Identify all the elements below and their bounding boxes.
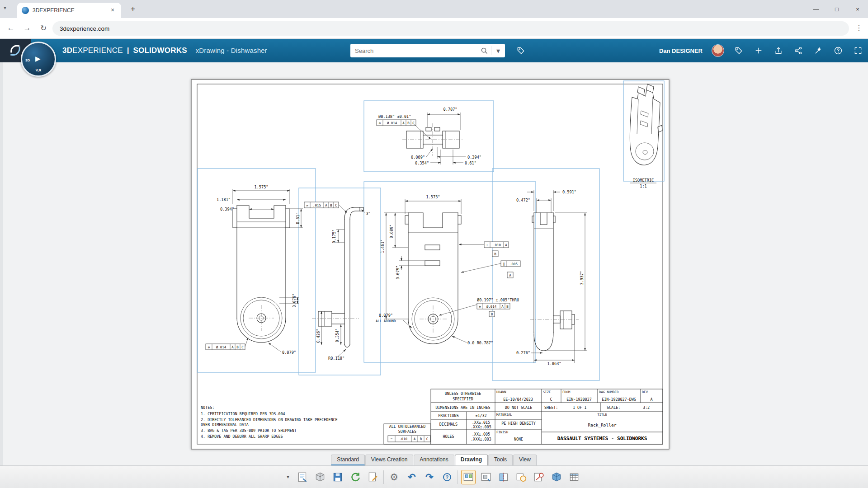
drawing-view-front-left[interactable]: 1.575" 1.181" 0.394" 0.61" 0.079" ⊕ Ø.01… (206, 185, 303, 355)
ribbon-tab-tools[interactable]: Tools (488, 455, 513, 465)
add-icon[interactable] (753, 45, 764, 56)
search-input[interactable] (350, 47, 477, 54)
save-icon[interactable] (330, 470, 345, 484)
dimension-label[interactable]: 1.575" (254, 185, 268, 189)
search-icon[interactable] (477, 44, 491, 57)
new-tab-button[interactable]: + (127, 4, 138, 15)
bookmark-tag-icon[interactable] (515, 45, 526, 56)
dimension-label[interactable]: 0.689" (389, 224, 394, 238)
dimension-label[interactable]: 0.591" (562, 190, 576, 194)
options-gear-icon[interactable]: ⚙ (387, 470, 401, 484)
forward-button[interactable]: → (22, 23, 33, 33)
tag-icon[interactable] (733, 45, 744, 56)
fullscreen-icon[interactable] (853, 45, 863, 56)
section-view-icon[interactable] (496, 470, 511, 484)
address-bar[interactable] (52, 21, 849, 36)
update-icon[interactable] (348, 470, 363, 484)
window-close-button[interactable]: × (847, 0, 868, 18)
dimension-label[interactable]: 1.063" (547, 361, 561, 366)
assistant-icon[interactable] (813, 45, 824, 56)
redo-icon[interactable]: ↷ (422, 470, 437, 484)
dimension-label[interactable]: Ø0.138" ±0.01" (378, 114, 411, 119)
sheet-format-icon[interactable] (366, 470, 380, 484)
undo-icon[interactable]: ↶ (405, 470, 419, 484)
dimension-label[interactable]: 0.079" (282, 350, 296, 355)
drawing-view-top[interactable]: 0.787" Ø0.138" ±0.01" ⊕ Ø.014 A B C 0.06… (377, 107, 481, 165)
dimension-label[interactable]: 0.394" (467, 155, 481, 160)
fcf-flatness-profile-view[interactable]: ▱ .015 A B C (304, 202, 339, 208)
dimension-label[interactable]: 0.0 R0.787" (467, 341, 493, 345)
share-icon[interactable] (773, 45, 784, 56)
user-name[interactable]: Dan DESIGNER (659, 47, 703, 54)
dimension-label[interactable]: 3° (366, 211, 370, 216)
dimension-label[interactable]: 3.937" (580, 271, 584, 285)
compass-play-icon[interactable]: ▶ (35, 55, 41, 63)
drawing-sheet-icon[interactable] (295, 470, 310, 484)
notes-block[interactable]: NOTES: 1. CERTIFICATION REQUIRED PER 3DS… (201, 405, 338, 439)
ribbon-tab-annotations[interactable]: Annotations (414, 455, 454, 465)
window-minimize-button[interactable]: — (806, 0, 826, 18)
dimension-label[interactable]: 1.461" (380, 239, 385, 253)
dimension-label[interactable]: 0.079" (379, 313, 393, 318)
dimension-label[interactable]: 0.354" (415, 161, 429, 165)
help-icon[interactable]: ? (440, 470, 454, 484)
annotation-note-icon[interactable] (532, 470, 546, 484)
dimension-label[interactable]: 1.181" (217, 197, 231, 202)
dimension-label[interactable]: 0.787" (443, 107, 457, 112)
browser-tab[interactable]: 3DEXPERIENCE × (17, 3, 121, 18)
reload-button[interactable]: ↻ (38, 23, 49, 33)
ribbon-tab-view[interactable]: View (513, 455, 537, 465)
dimension-label[interactable]: 0.426" (316, 328, 321, 343)
datum-feature-a[interactable]: A (507, 272, 513, 278)
search-box[interactable]: ▾ (350, 44, 505, 57)
drawing-canvas[interactable]: 0.787" Ø0.138" ±0.01" ⊕ Ø.014 A B C 0.06… (0, 62, 868, 488)
ribbon-tab-standard[interactable]: Standard (331, 455, 365, 465)
collaboration-icon[interactable] (793, 45, 804, 56)
dimension-label[interactable]: R0.118" (328, 356, 344, 361)
tab-close-icon[interactable]: × (108, 6, 117, 14)
bom-table-icon[interactable] (567, 470, 581, 484)
dimension-label[interactable]: 0.069" (411, 155, 425, 160)
3d-compass[interactable]: 3D ▶ V,R (21, 42, 56, 77)
toolbar-overflow-chevron-icon[interactable]: ▾ (287, 474, 289, 480)
back-button[interactable]: ← (5, 23, 16, 33)
help-icon[interactable] (833, 45, 844, 56)
fcf-position-left-view[interactable]: ⊕ Ø.014 A B C (206, 344, 245, 350)
dimension-label[interactable]: 0.472" (516, 198, 530, 202)
url-input[interactable] (60, 25, 842, 32)
ribbon-tab-drawing[interactable]: Drawing (455, 455, 488, 465)
window-maximize-button[interactable]: □ (826, 0, 847, 18)
fcf-position-hole[interactable]: ⊕ Ø.014 A B (477, 303, 510, 309)
browser-menu-icon[interactable]: ⋮ (854, 23, 864, 32)
user-avatar[interactable] (712, 44, 724, 57)
dimension-label[interactable]: 0.175" (332, 229, 336, 243)
search-dropdown-chevron-icon[interactable]: ▾ (491, 44, 505, 57)
standard-view-tool-icon[interactable] (461, 470, 476, 484)
fcf-perpendicularity[interactable]: ⊥ .010 A (484, 242, 509, 248)
dimension-label[interactable]: 0.079" (292, 293, 297, 307)
isometric-cube-icon[interactable] (549, 470, 564, 484)
dimension-label[interactable]: Ø0.197" ±.005"THRU (477, 298, 519, 302)
dimension-label[interactable]: 0.079" (396, 265, 400, 279)
dimension-label[interactable]: 0.354" (335, 328, 340, 342)
dimension-label[interactable]: 1.575" (426, 195, 440, 199)
fcf-parallelism[interactable]: ∥ .005 (501, 261, 520, 267)
ribbon-tab-views-creation[interactable]: Views Creation (365, 455, 413, 465)
dimension-label[interactable]: 0.276" (516, 351, 530, 355)
dimension-label[interactable]: 0.394" (220, 207, 234, 211)
fcf-position-top-view[interactable]: ⊕ Ø.014 A B C (377, 120, 416, 126)
drawing-view-right[interactable]: 0.591" 0.472" 3.937" 0.276" 1.063" (516, 190, 587, 366)
dimension-label[interactable]: ALL AROUND (376, 319, 396, 323)
tab-search-chevron-icon[interactable]: ▾ (4, 5, 6, 11)
view-orientation-icon[interactable] (313, 470, 327, 484)
detail-view-icon[interactable] (514, 470, 528, 484)
drawing-sheet[interactable]: 0.787" Ø0.138" ±0.01" ⊕ Ø.014 A B C 0.06… (191, 79, 670, 450)
drawing-view-isometric[interactable]: ISOMETRIC 1:1 (630, 84, 662, 188)
drawing-view-front-main[interactable]: 1.575" 1.461" 0.689" 0.079" ⊥ .010 A B (376, 195, 520, 345)
datum-feature-b-hole[interactable]: B (489, 311, 495, 317)
datum-feature-b[interactable]: B (492, 251, 498, 257)
dimension-label[interactable]: 0.61" (296, 212, 300, 224)
dimension-label[interactable]: 0.61" (465, 161, 476, 165)
title-block[interactable]: UNLESS OTHERWISE SPECIFIED DRAWN EE-10/0… (384, 389, 663, 444)
model-view-icon[interactable] (479, 470, 493, 484)
